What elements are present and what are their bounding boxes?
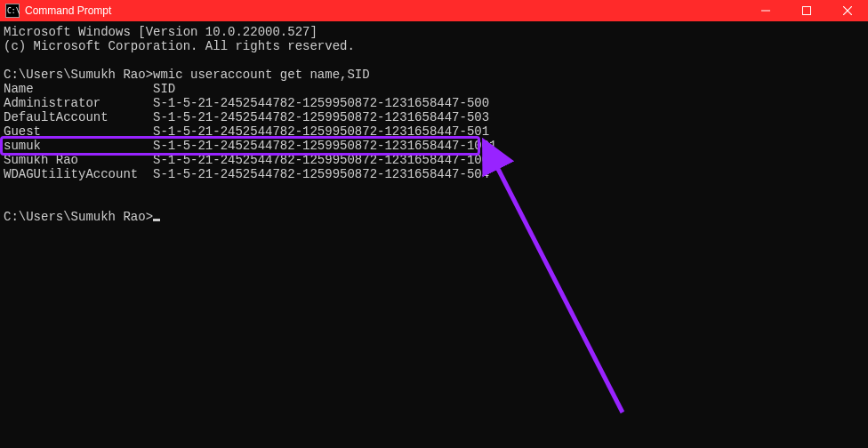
- table-row: WDAGUtilityAccount S-1-5-21-2452544782-1…: [4, 167, 489, 181]
- window-title: Command Prompt: [25, 4, 111, 17]
- terminal-output[interactable]: Microsoft Windows [Version 10.0.22000.52…: [0, 21, 868, 448]
- table-row: Administrator S-1-5-21-2452544782-125995…: [4, 96, 489, 110]
- svg-text:C:\: C:\: [7, 7, 20, 15]
- table-row: Guest S-1-5-21-2452544782-1259950872-123…: [4, 124, 489, 139]
- window-controls: [745, 0, 868, 21]
- close-button[interactable]: [827, 0, 868, 21]
- line-prompt-cmd: C:\Users\Sumukh Rao>wmic useraccount get…: [4, 68, 370, 82]
- line-prompt: C:\Users\Sumukh Rao>: [4, 210, 153, 224]
- cmd-icon: C:\: [5, 4, 20, 18]
- command-prompt-window: C:\ Command Prompt Microsoft Windows [Ve…: [0, 0, 868, 448]
- text-cursor: [153, 219, 160, 221]
- table-row: sumuk S-1-5-21-2452544782-1259950872-123…: [4, 139, 497, 153]
- titlebar[interactable]: C:\ Command Prompt: [0, 0, 868, 21]
- svg-rect-3: [803, 7, 811, 15]
- table-row: DefaultAccount S-1-5-21-2452544782-12599…: [4, 110, 489, 124]
- line-header: Name SID: [4, 82, 175, 96]
- svg-line-6: [496, 165, 623, 412]
- table-row: Sumukh Rao S-1-5-21-2452544782-125995087…: [4, 153, 497, 167]
- line-version: Microsoft Windows [Version 10.0.22000.52…: [4, 25, 317, 39]
- minimize-button[interactable]: [745, 0, 786, 21]
- maximize-button[interactable]: [786, 0, 827, 21]
- line-copyright: (c) Microsoft Corporation. All rights re…: [4, 39, 355, 53]
